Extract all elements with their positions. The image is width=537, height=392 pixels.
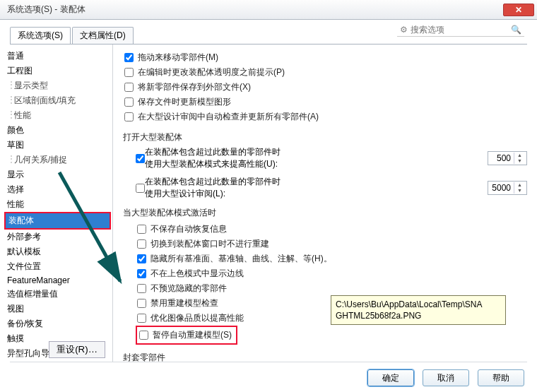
checkbox[interactable] <box>137 284 146 293</box>
sidebar-item[interactable]: FeatureManager <box>4 274 111 287</box>
search-input[interactable] <box>411 25 488 35</box>
sidebar-item[interactable]: 显示类型 <box>4 78 111 93</box>
checkbox[interactable] <box>137 239 146 249</box>
chk-large-mode[interactable] <box>136 154 145 163</box>
checkbox-label: 拖动来移动零部件(M) <box>138 52 218 64</box>
checkbox[interactable] <box>137 254 146 263</box>
checkbox-label: 保存文件时更新模型图形 <box>138 96 231 108</box>
search-box[interactable]: ⚙ 🔍 <box>397 23 524 37</box>
checkbox[interactable] <box>139 331 148 340</box>
section-large-active: 当大型装配体模式激活时 <box>123 207 527 219</box>
ok-button[interactable]: 确定 <box>367 369 414 386</box>
window-title: 系统选项(S) - 装配体 <box>7 4 503 16</box>
sidebar-item[interactable]: 工程图 <box>4 64 111 78</box>
sidebar: 普通工程图显示类型区域剖面线/填充性能颜色草图几何关系/捕捉显示选择性能装配体外… <box>0 44 113 362</box>
checkbox-label: 禁用重建模型检查 <box>151 297 218 309</box>
sidebar-item[interactable]: 备份/恢复 <box>4 316 111 331</box>
sidebar-item[interactable]: 文件位置 <box>4 259 111 274</box>
spin-up-icon[interactable]: ▲ <box>514 153 525 158</box>
checkbox-label: 在大型设计审阅中自动检查并更新所有零部件(A) <box>138 111 319 123</box>
checkbox[interactable] <box>137 299 146 308</box>
sidebar-item[interactable]: 默认模板 <box>4 244 111 259</box>
sidebar-item[interactable]: 视图 <box>4 302 111 316</box>
cancel-button[interactable]: 取消 <box>423 369 469 386</box>
checkbox-label: 优化图像品质以提高性能 <box>151 312 244 324</box>
lbl-large-mode-a: 在装配体包含超过此数量的零部件时 <box>145 146 281 158</box>
sidebar-item[interactable]: 性能 <box>4 108 111 123</box>
checkbox[interactable] <box>137 314 146 323</box>
sidebar-item[interactable]: 普通 <box>4 49 111 64</box>
sidebar-item[interactable]: 选择 <box>4 182 111 197</box>
sidebar-item[interactable]: 外部参考 <box>4 230 111 244</box>
spin-up-icon[interactable]: ▲ <box>514 182 525 188</box>
checkbox-label: 不保存自动恢复信息 <box>151 223 227 235</box>
sidebar-item[interactable]: 装配体 <box>6 213 110 228</box>
options-panel: 拖动来移动零部件(M)在编辑时更改装配体透明度之前提示(P)将新零部件保存到外部… <box>113 44 537 362</box>
search-icon: 🔍 <box>511 25 521 35</box>
checkbox[interactable] <box>124 97 134 107</box>
checkbox-label: 隐藏所有基准面、基准轴、曲线、注解、等(H)。 <box>151 253 332 265</box>
checkbox[interactable] <box>124 112 134 121</box>
checkbox-label: 不预览隐藏的零部件 <box>151 283 227 295</box>
checkbox[interactable] <box>124 68 134 77</box>
checkbox-label: 暂停自动重建模型(S) <box>153 329 232 341</box>
sidebar-item[interactable]: 区域剖面线/填充 <box>4 93 111 108</box>
checkbox[interactable] <box>124 83 134 92</box>
sidebar-item[interactable]: 性能 <box>4 197 111 212</box>
sidebar-item[interactable]: 显示 <box>4 167 111 182</box>
reset-button[interactable]: 重设(R)… <box>49 341 105 358</box>
lbl-large-review-b: 使用大型设计审阅(L): <box>145 188 281 200</box>
tab-document-properties[interactable]: 文档属性(D) <box>72 27 134 44</box>
sidebar-item[interactable]: 几何关系/捕捉 <box>4 153 111 167</box>
checkbox[interactable] <box>137 225 146 234</box>
help-button[interactable]: 帮助 <box>478 369 524 386</box>
spin-down-icon[interactable]: ▼ <box>514 188 525 194</box>
checkbox[interactable] <box>124 53 134 62</box>
spin-large-mode-input[interactable] <box>488 153 514 163</box>
spin-large-mode[interactable]: ▲▼ <box>488 151 527 165</box>
checkbox-label: 将新零部件保存到外部文件(X) <box>138 81 251 93</box>
section-envelope: 封套零部件 <box>123 352 527 362</box>
sidebar-item[interactable]: 草图 <box>4 138 111 153</box>
checkbox-label: 在编辑时更改装配体透明度之前提示(P) <box>138 66 285 78</box>
sidebar-item[interactable]: 选值框增量值 <box>4 287 111 302</box>
checkbox-label: 不在上色模式中显示边线 <box>151 268 244 280</box>
spin-large-review[interactable]: ▲▼ <box>488 181 527 195</box>
lbl-large-review-a: 在装配体包含超过此数量的零部件时 <box>145 176 281 188</box>
tab-system-options[interactable]: 系统选项(S) <box>10 27 71 44</box>
section-open-large: 打开大型装配体 <box>123 131 527 143</box>
spin-large-review-input[interactable] <box>488 183 514 193</box>
close-button[interactable]: ✕ <box>503 4 534 16</box>
lbl-large-mode-b: 使用大型装配体模式来提高性能(U): <box>145 158 281 170</box>
spin-down-icon[interactable]: ▼ <box>514 158 525 164</box>
tooltip-path: C:\Users\Bu\AppData\Local\Temp\SNA GHTML… <box>331 295 506 325</box>
checkbox[interactable] <box>137 269 146 278</box>
sidebar-item[interactable]: 颜色 <box>4 123 111 138</box>
chk-large-review[interactable] <box>136 184 145 193</box>
gear-icon: ⚙ <box>400 25 408 35</box>
checkbox-label: 切换到装配体窗口时不进行重建 <box>151 238 269 250</box>
